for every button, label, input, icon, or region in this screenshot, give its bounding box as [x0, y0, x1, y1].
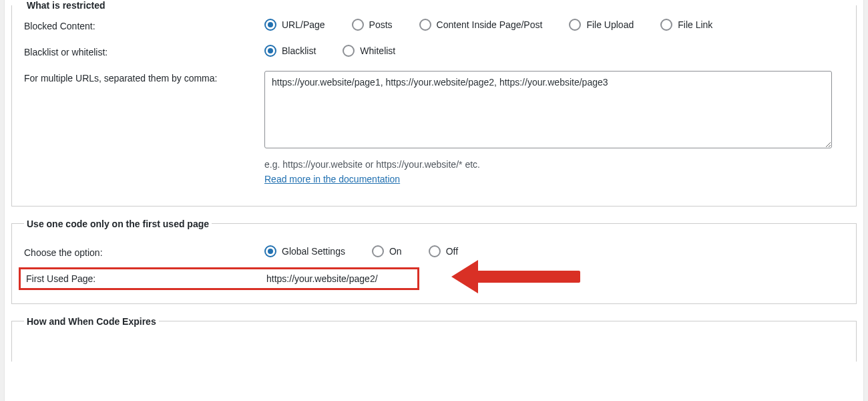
radio-whitelist[interactable]: Whitelist — [343, 45, 395, 57]
radio-label: Posts — [369, 19, 393, 30]
hint-multiple-urls: e.g. https://your.website or https://you… — [264, 157, 844, 187]
radio-file-link[interactable]: File Link — [660, 19, 712, 31]
legend-code-expires: How and When Code Expires — [24, 316, 159, 327]
radio-posts[interactable]: Posts — [352, 19, 393, 31]
radio-on[interactable]: On — [372, 245, 402, 257]
textarea-multiple-urls[interactable] — [264, 71, 832, 148]
radio-blacklist[interactable]: Blacklist — [264, 45, 316, 57]
radio-label: On — [389, 246, 402, 257]
radio-label: Off — [446, 246, 458, 257]
annotation-arrow — [451, 260, 585, 293]
radio-group-blacklist-whitelist: Blacklist Whitelist — [264, 45, 844, 57]
radio-group-first-used-option: Global Settings On Off — [264, 245, 844, 257]
row-first-used-page-wrapper: First Used Page: https://your.website/pa… — [24, 263, 844, 290]
radio-label: URL/Page — [282, 19, 325, 30]
arrow-shaft-icon — [477, 271, 580, 283]
radio-label: Blacklist — [282, 45, 316, 56]
arrow-head-icon — [451, 260, 478, 293]
value-first-used-page: https://your.website/page2/ — [266, 273, 378, 284]
label-choose-option: Choose the option: — [24, 245, 264, 258]
radio-icon — [660, 19, 672, 31]
radio-label: Content Inside Page/Post — [437, 19, 543, 30]
label-first-used-page: First Used Page: — [26, 273, 266, 284]
row-blocked-content: Blocked Content: URL/Page Posts — [24, 11, 844, 37]
radio-url-page[interactable]: URL/Page — [264, 19, 325, 31]
section-first-used-page: Use one code only on the first used page… — [11, 219, 857, 304]
row-multiple-urls: For multiple URLs, separated them by com… — [24, 63, 844, 192]
radio-icon — [352, 19, 364, 31]
radio-group-blocked-content: URL/Page Posts Content Inside Page/Post — [264, 19, 844, 31]
section-code-expires: How and When Code Expires — [11, 316, 857, 362]
radio-icon — [343, 45, 355, 57]
link-read-documentation[interactable]: Read more in the documentation — [264, 174, 400, 184]
radio-global-settings[interactable]: Global Settings — [264, 245, 345, 257]
radio-file-upload[interactable]: File Upload — [569, 19, 634, 31]
section-what-is-restricted: What is restricted Blocked Content: URL/… — [11, 0, 857, 207]
radio-icon — [372, 245, 384, 257]
highlight-first-used-page: First Used Page: https://your.website/pa… — [19, 267, 419, 290]
radio-content-inside[interactable]: Content Inside Page/Post — [419, 19, 543, 31]
label-blocked-content: Blocked Content: — [24, 19, 264, 31]
row-blacklist-whitelist: Blacklist or whitelist: Blacklist Whitel… — [24, 37, 844, 63]
radio-icon — [429, 245, 441, 257]
row-choose-option: Choose the option: Global Settings On — [24, 237, 844, 263]
label-multiple-urls: For multiple URLs, separated them by com… — [24, 71, 264, 84]
radio-label: Whitelist — [360, 45, 395, 56]
radio-off[interactable]: Off — [429, 245, 458, 257]
legend-first-used-page: Use one code only on the first used page — [24, 219, 212, 229]
radio-icon — [419, 19, 431, 31]
legend-what-is-restricted: What is restricted — [24, 0, 107, 11]
hint-eg-text: e.g. https://your.website or https://you… — [264, 159, 480, 170]
radio-label: Global Settings — [282, 246, 345, 257]
label-blacklist-whitelist: Blacklist or whitelist: — [24, 45, 264, 57]
radio-icon — [264, 45, 276, 57]
radio-icon — [264, 245, 276, 257]
radio-icon — [264, 19, 276, 31]
radio-icon — [569, 19, 581, 31]
radio-label: File Upload — [586, 19, 634, 30]
radio-label: File Link — [678, 19, 712, 30]
